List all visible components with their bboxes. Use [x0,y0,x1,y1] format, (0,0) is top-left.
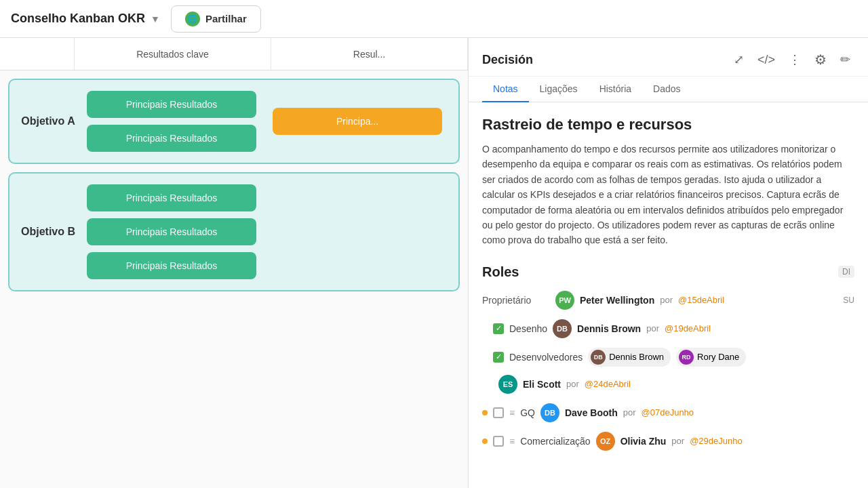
peter-wellington-name: Peter Wellington [580,295,654,306]
desenvolvedores-row: ✓ Desenvolvedores DB Dennis Brown RD Ror… [482,348,854,394]
kanban-row-a: Objetivo A Principais Resultados Princip… [8,79,460,164]
dave-booth-name: Dave Booth [565,407,618,418]
roles-badge: DI [838,266,854,278]
desenho-checkbox[interactable]: ✓ [493,323,504,334]
globe-icon: 🌐 [185,12,200,26]
dennis-brown-avatar-1: DB [553,319,572,338]
section-title: Rastreio de tempo e recursos [482,116,854,134]
more-options-icon[interactable]: ⋮ [785,49,805,70]
dennis-brown-name-1: Dennis Brown [577,323,641,334]
tab-ligacoes[interactable]: Ligações [529,77,589,102]
detail-title: Decisión [482,53,533,67]
row-b-label: Objetivo B [18,226,79,238]
section-body: O acompanhamento do tempo e dos recursos… [482,142,854,248]
desenvolvedores-checkbox[interactable]: ✓ [493,352,504,363]
peter-wellington-avatar: PW [555,291,574,310]
row-b-col1-cards: Principais Resultados Principais Resulta… [87,184,264,279]
row-a-label: Objetivo A [18,115,79,127]
main-area: Resultados clave Resul... Objetivo A Pri… [0,38,868,488]
eli-scott-date[interactable]: @24deAbril [585,379,631,389]
detail-tabs: Notas Ligações História Dados [469,77,868,102]
dave-booth-avatar: DB [540,403,559,422]
desenho-label: Desenho [509,323,547,334]
owner-date[interactable]: @15deAbril [678,295,724,305]
card-a1[interactable]: Principais Resultados [87,91,256,118]
board-title-container: Conselho Kanban OKR ▼ [11,12,160,26]
top-bar: Conselho Kanban OKR ▼ 🌐 Partilhar [0,0,868,38]
gq-list-icon: ≡ [509,407,515,418]
gq-label: GQ [520,407,535,418]
dennis-brown-chip: DB Dennis Brown [588,348,671,367]
gq-por: por [623,407,636,418]
comercializacao-checkbox[interactable] [493,436,504,447]
owner-label: Proprietário [482,295,550,306]
expand-icon[interactable]: ⤢ [730,49,748,70]
comercializacao-dot [482,439,488,444]
roles-title: Roles [482,264,519,280]
comercializacao-row: ≡ Comercialização OZ Olivia Zhu por @29d… [482,432,854,451]
chevron-down-icon: ▼ [151,14,160,24]
role-owner-row: Proprietário PW Peter Wellington por @15… [482,291,854,310]
kanban-area: Resultados clave Resul... Objetivo A Pri… [0,38,468,488]
gq-row: ≡ GQ DB Dave Booth por @07deJunho [482,403,854,422]
kanban-row-b: Objetivo B Principais Resultados Princip… [8,172,460,291]
owner-su-badge: SU [843,296,854,305]
card-b1[interactable]: Principais Resultados [87,184,256,211]
detail-content: Rastreio de tempo e recursos O acompanha… [469,102,868,488]
detail-actions: ⤢ </> ⋮ ⚙ ✏ [730,49,854,70]
tab-historia[interactable]: História [589,77,642,102]
card-b2[interactable]: Principais Resultados [87,218,256,245]
empty-header-cell [0,38,75,70]
kanban-headers: Resultados clave Resul... [0,38,468,70]
tab-dados[interactable]: Dados [642,77,691,102]
card-a3[interactable]: Principa... [273,108,442,135]
comercializacao-list-icon: ≡ [509,436,515,447]
col1-header: Resultados clave [75,38,271,70]
card-b3[interactable]: Principais Resultados [87,252,256,279]
row-a-col2-cards: Principa... [273,108,450,135]
rory-dane-avatar: RD [679,350,694,365]
eli-scott-avatar: ES [498,375,517,394]
gq-checkbox[interactable] [493,407,504,418]
comercializacao-por: por [671,436,684,446]
olivia-zhu-avatar: OZ [596,432,615,451]
gq-date[interactable]: @07deJunho [642,407,694,418]
rory-dane-name: Rory Dane [697,352,739,362]
col2-header: Resul... [271,38,468,70]
detail-header: Decisión ⤢ </> ⋮ ⚙ ✏ [469,38,868,77]
comercializacao-date[interactable]: @29deJunho [690,436,743,446]
code-icon[interactable]: </> [753,50,779,70]
gq-dot [482,410,488,415]
row-a-col1-cards: Principais Resultados Principais Resulta… [87,91,264,152]
tab-notas[interactable]: Notas [482,77,529,102]
comercializacao-label: Comercialização [520,436,590,447]
rory-dane-chip: RD Rory Dane [676,348,746,367]
eli-scott-por: por [566,379,579,389]
card-a2[interactable]: Principais Resultados [87,125,256,152]
dennis-brown-name-2: Dennis Brown [609,352,664,362]
eli-scott-name: Eli Scott [523,379,561,390]
board-title-text: Conselho Kanban OKR [11,12,145,26]
edit-icon[interactable]: ✏ [836,49,854,70]
settings-icon[interactable]: ⚙ [810,49,831,70]
kanban-rows: Objetivo A Principais Resultados Princip… [0,70,468,300]
olivia-zhu-name: Olivia Zhu [620,436,667,447]
roles-header: Roles DI [482,264,854,280]
dennis-brown-avatar-2: DB [591,350,606,365]
desenho-row: ✓ Desenho DB Dennis Brown por @19deAbril [482,319,854,338]
desenvolvedores-label: Desenvolvedores [509,352,583,363]
owner-por-label: por [660,295,673,305]
share-label: Partilhar [205,13,247,24]
detail-panel: Decisión ⤢ </> ⋮ ⚙ ✏ Notas Ligações Hist… [468,38,868,488]
share-button[interactable]: 🌐 Partilhar [171,5,261,33]
eli-scott-sub-row: ES Eli Scott por @24deAbril [493,375,854,394]
desenho-por-label: por [646,323,659,333]
desenho-date[interactable]: @19deAbril [665,323,711,333]
